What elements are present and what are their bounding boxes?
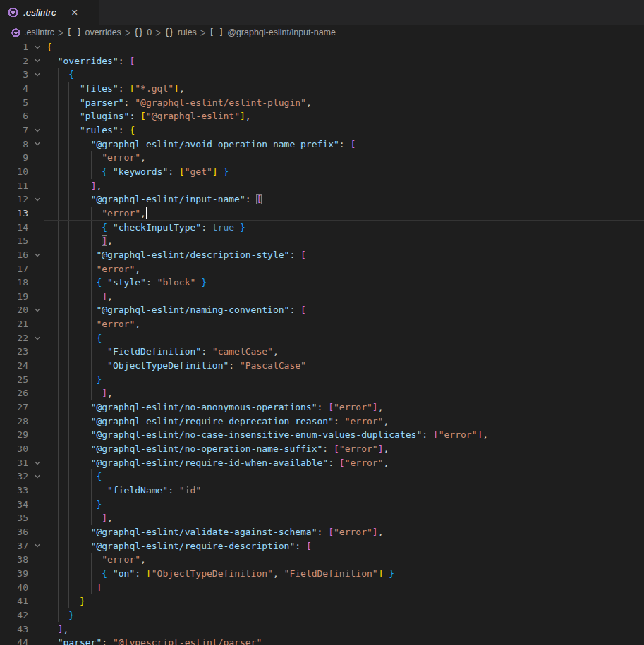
code-line[interactable]: 42 } [0,608,644,622]
code-line[interactable]: 17 "error", [0,262,644,276]
line-number[interactable]: 29 [0,428,28,442]
line-number[interactable]: 14 [0,221,28,235]
line-number[interactable]: 19 [0,290,28,304]
line-number[interactable]: 2 [0,54,28,68]
line-number[interactable]: 23 [0,345,28,359]
code-line[interactable]: 28 "@graphql-eslint/require-deprecation-… [0,414,644,429]
fold-chevron-icon[interactable] [28,303,47,317]
fold-chevron-icon[interactable] [28,539,47,553]
line-number[interactable]: 41 [0,594,28,608]
code-line[interactable]: 37 "@graphql-eslint/require-description"… [0,539,644,553]
line-number[interactable]: 16 [0,248,28,262]
code-line[interactable]: 18 { "style": "block" } [0,276,644,290]
code-line[interactable]: 41 } [0,594,644,608]
code-line[interactable]: 10 { "keywords": ["get"] } [0,165,644,179]
breadcrumb-item--eslintrc[interactable]: .eslintrc [11,27,54,37]
code-line[interactable]: 14 { "checkInputType": true } [0,221,644,235]
line-number[interactable]: 43 [0,622,28,637]
line-number[interactable]: 39 [0,567,28,581]
code-line[interactable]: 27 "@graphql-eslint/no-anonymous-operati… [0,400,644,414]
line-number[interactable]: 40 [0,581,28,595]
tab-eslintrc[interactable]: .eslintrc × [0,0,99,25]
line-number[interactable]: 30 [0,442,28,456]
line-number[interactable]: 9 [0,151,28,165]
fold-chevron-icon[interactable] [28,40,47,54]
code-line[interactable]: 23 "FieldDefinition": "camelCase", [0,345,644,359]
code-line[interactable]: 8 "@graphql-eslint/avoid-operation-name-… [0,137,644,152]
line-number[interactable]: 13 [0,207,28,221]
line-number[interactable]: 1 [0,40,28,54]
line-number[interactable]: 20 [0,303,28,317]
line-number[interactable]: 17 [0,262,28,276]
line-number[interactable]: 10 [0,165,28,179]
code-line[interactable]: 24 "ObjectTypeDefinition": "PascalCase" [0,359,644,373]
code-line[interactable]: 38 "error", [0,553,644,567]
breadcrumb-item-overrides[interactable]: [ ]overrides [67,27,121,37]
code-line[interactable]: 16 "@graphql-eslint/description-style": … [0,248,644,262]
line-number[interactable]: 12 [0,192,28,207]
line-number[interactable]: 35 [0,511,28,525]
fold-chevron-icon[interactable] [28,248,47,262]
code-line[interactable]: 3 { [0,68,644,82]
line-number[interactable]: 21 [0,317,28,331]
fold-chevron-icon[interactable] [28,137,47,152]
code-line[interactable]: 11 ], [0,179,644,193]
line-number[interactable]: 3 [0,68,28,82]
line-number[interactable]: 8 [0,137,28,152]
fold-chevron-icon[interactable] [28,469,47,484]
line-number[interactable]: 31 [0,456,28,470]
line-number[interactable]: 33 [0,484,28,498]
code-line[interactable]: 29 "@graphql-eslint/no-case-insensitive-… [0,428,644,442]
code-line[interactable]: 20 "@graphql-eslint/naming-convention": … [0,303,644,317]
line-number[interactable]: 4 [0,82,28,96]
line-number[interactable]: 25 [0,373,28,387]
code-line[interactable]: 34 } [0,498,644,512]
code-line[interactable]: 40 ] [0,581,644,595]
breadcrumb-item--graphql-eslint-input-name[interactable]: [ ]@graphql-eslint/input-name [209,27,336,37]
code-line[interactable]: 39 { "on": ["ObjectTypeDefinition", "Fie… [0,567,644,581]
line-number[interactable]: 11 [0,179,28,193]
line-number[interactable]: 38 [0,553,28,567]
line-number[interactable]: 32 [0,469,28,484]
code-line[interactable]: 6 "plugins": ["@graphql-eslint"], [0,109,644,123]
line-number[interactable]: 26 [0,386,28,400]
code-line[interactable]: 2 "overrides": [ [0,54,644,68]
code-line[interactable]: 44 "parser": "@typescript-eslint/parser" [0,636,644,645]
fold-chevron-icon[interactable] [28,331,47,345]
line-number[interactable]: 36 [0,525,28,539]
code-line[interactable]: 26 ], [0,386,644,400]
line-number[interactable]: 34 [0,498,28,512]
code-line[interactable]: 5 "parser": "@graphql-eslint/eslint-plug… [0,96,644,110]
line-number[interactable]: 27 [0,400,28,414]
breadcrumb-item-0[interactable]: {}0 [133,27,152,37]
code-line[interactable]: 33 "fieldName": "id" [0,484,644,498]
close-icon[interactable]: × [68,6,82,20]
line-number[interactable]: 28 [0,414,28,429]
line-number[interactable]: 15 [0,234,28,248]
line-number[interactable]: 24 [0,359,28,373]
code-line[interactable]: 1{ [0,40,644,54]
code-line[interactable]: 15 ], [0,234,644,248]
code-line[interactable]: 4 "files": ["*.gql"], [0,82,644,96]
fold-chevron-icon[interactable] [28,54,47,68]
fold-chevron-icon[interactable] [28,68,47,82]
code-line[interactable]: 9 "error", [0,151,644,165]
code-line[interactable]: 43 ], [0,622,644,637]
code-line[interactable]: 19 ], [0,290,644,304]
code-editor[interactable]: 1{2 "overrides": [3 {4 "files": ["*.gql"… [0,40,644,645]
line-number[interactable]: 44 [0,636,28,645]
line-number[interactable]: 22 [0,331,28,345]
line-number[interactable]: 7 [0,123,28,137]
code-line[interactable]: 35 ], [0,511,644,525]
line-number[interactable]: 6 [0,109,28,123]
line-number[interactable]: 5 [0,96,28,110]
code-line[interactable]: 25 } [0,373,644,387]
line-number[interactable]: 37 [0,539,28,553]
code-line[interactable]: 32 { [0,469,644,484]
breadcrumb-item-rules[interactable]: {}rules [164,27,197,37]
code-line[interactable]: 13 "error", [0,207,644,221]
fold-chevron-icon[interactable] [28,192,47,207]
fold-chevron-icon[interactable] [28,456,47,470]
code-line[interactable]: 30 "@graphql-eslint/no-operation-name-su… [0,442,644,456]
code-line[interactable]: 31 "@graphql-eslint/require-id-when-avai… [0,456,644,470]
